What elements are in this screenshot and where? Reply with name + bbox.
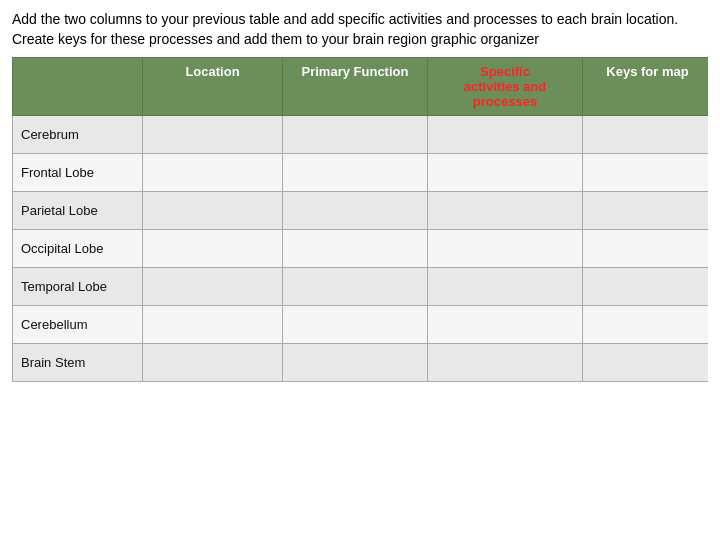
table-row: Brain Stem [13,344,709,382]
row-specific[interactable] [428,116,583,154]
row-keys[interactable] [583,268,709,306]
row-location[interactable] [143,116,283,154]
row-specific[interactable] [428,268,583,306]
table-row: Cerebrum [13,116,709,154]
row-keys[interactable] [583,192,709,230]
row-primary[interactable] [283,344,428,382]
table-row: Temporal Lobe [13,268,709,306]
row-keys[interactable] [583,154,709,192]
row-keys[interactable] [583,116,709,154]
table-row: Cerebellum [13,306,709,344]
table-row: Frontal Lobe [13,154,709,192]
row-label: Parietal Lobe [13,192,143,230]
row-location[interactable] [143,344,283,382]
row-specific[interactable] [428,344,583,382]
row-location[interactable] [143,306,283,344]
row-label: Frontal Lobe [13,154,143,192]
row-specific[interactable] [428,306,583,344]
row-label: Occipital Lobe [13,230,143,268]
row-label: Cerebrum [13,116,143,154]
row-location[interactable] [143,192,283,230]
row-keys[interactable] [583,306,709,344]
header-empty [13,58,143,116]
row-specific[interactable] [428,192,583,230]
header-keys-for-map: Keys for map [583,58,709,116]
row-location[interactable] [143,154,283,192]
row-primary[interactable] [283,306,428,344]
brain-table: Location Primary Function Specific activ… [12,57,708,382]
row-label: Temporal Lobe [13,268,143,306]
table-body: CerebrumFrontal LobeParietal LobeOccipit… [13,116,709,382]
table-wrapper: Location Primary Function Specific activ… [12,57,708,530]
row-primary[interactable] [283,268,428,306]
row-keys[interactable] [583,344,709,382]
header-specific-activities: Specific activities and processes [428,58,583,116]
table-row: Parietal Lobe [13,192,709,230]
row-label: Brain Stem [13,344,143,382]
intro-text: Add the two columns to your previous tab… [12,10,708,49]
page-container: Add the two columns to your previous tab… [0,0,720,540]
row-location[interactable] [143,268,283,306]
header-primary-function: Primary Function [283,58,428,116]
row-primary[interactable] [283,192,428,230]
row-primary[interactable] [283,116,428,154]
row-primary[interactable] [283,154,428,192]
row-location[interactable] [143,230,283,268]
row-specific[interactable] [428,154,583,192]
header-location: Location [143,58,283,116]
table-header-row: Location Primary Function Specific activ… [13,58,709,116]
row-keys[interactable] [583,230,709,268]
row-label: Cerebellum [13,306,143,344]
row-primary[interactable] [283,230,428,268]
table-row: Occipital Lobe [13,230,709,268]
row-specific[interactable] [428,230,583,268]
